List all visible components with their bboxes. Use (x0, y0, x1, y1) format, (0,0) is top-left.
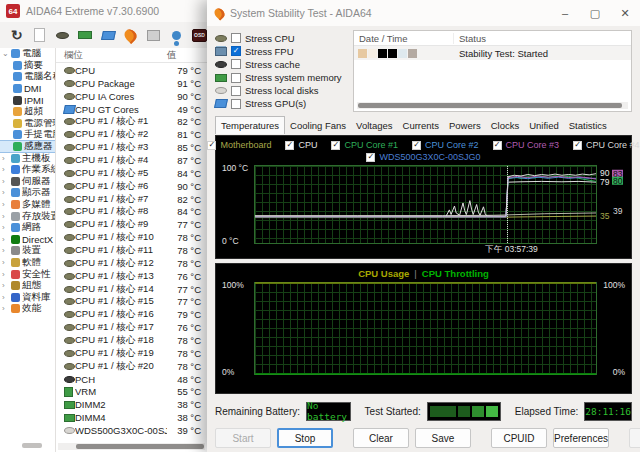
column-value[interactable]: 值 (167, 49, 201, 62)
sensor-row[interactable]: CPU Package 91 °C (56, 77, 207, 90)
tab[interactable]: Powers (444, 117, 486, 134)
sensor-row[interactable]: CPU #1 / 核心 #9 77 °C (56, 218, 207, 231)
stability-test-flame-icon[interactable] (124, 28, 138, 43)
legend-item[interactable]: CPU Core #2 (412, 140, 479, 150)
tree-child-item[interactable]: IPMI (0, 94, 55, 106)
tree-child-item[interactable]: 電腦名稱 (0, 71, 55, 83)
sensor-row[interactable]: CPU #1 / 核心 #1 82 °C (56, 115, 207, 128)
sensor-row[interactable]: DIMM4 38 °C (56, 411, 207, 424)
action-button[interactable]: Preferences (553, 428, 609, 448)
sensor-row[interactable]: CPU #1 / 核心 #2 81 °C (56, 128, 207, 141)
sensor-row[interactable]: CPU #1 / 核心 #4 87 °C (56, 154, 207, 167)
benchmark-icon[interactable] (147, 28, 161, 43)
stress-checkbox[interactable] (231, 73, 241, 83)
tree-section-item[interactable]: › 軟體 (0, 257, 55, 269)
log-column-datetime[interactable]: Date / Time (354, 33, 454, 44)
tab[interactable]: Currents (398, 117, 444, 134)
action-button[interactable]: Close (629, 428, 640, 448)
close-button[interactable]: ✕ (610, 7, 640, 20)
tab[interactable]: Clocks (486, 117, 525, 134)
sensor-row[interactable]: CPU #1 / 核心 #11 78 °C (56, 244, 207, 257)
sensor-row[interactable]: CPU #1 / 核心 #12 78 °C (56, 257, 207, 270)
sensor-row[interactable]: VRM 55 °C (56, 385, 207, 398)
legend-checkbox[interactable] (493, 141, 502, 150)
stress-checkbox[interactable] (231, 59, 241, 69)
legend-checkbox[interactable] (285, 141, 294, 150)
legend-item[interactable]: CPU Core #4 (573, 140, 640, 150)
tree-section-item[interactable]: › 作業系統 (0, 164, 55, 176)
memory-icon[interactable] (78, 28, 92, 43)
sensor-row[interactable]: CPU #1 / 核心 #10 78 °C (56, 231, 207, 244)
tree-item-computer[interactable]: ⌄ 電腦 (0, 48, 55, 60)
tab[interactable]: Statistics (564, 117, 612, 134)
sensor-row[interactable]: CPU IA Cores 90 °C (56, 90, 207, 103)
legend-item[interactable]: CPU Core #1 (331, 140, 398, 150)
scrollbar-thumb[interactable] (22, 443, 42, 448)
column-field[interactable]: 欄位 (64, 49, 167, 62)
sensor-row[interactable]: CPU #1 / 核心 #3 85 °C (56, 141, 207, 154)
gpu-icon[interactable] (101, 28, 115, 43)
sensor-row[interactable]: DIMM2 38 °C (56, 398, 207, 411)
action-button[interactable]: Save (415, 428, 471, 448)
sensor-row[interactable]: CPU #1 / 核心 #6 90 °C (56, 180, 207, 193)
sensor-row[interactable]: CPU #1 / 核心 #19 78 °C (56, 347, 207, 360)
tree-section-item[interactable]: › 裝置 (0, 245, 55, 257)
legend-item[interactable]: Motherboard (207, 140, 271, 150)
minimize-button[interactable]: – (550, 7, 580, 20)
tree-horizontal-scrollbar[interactable] (0, 443, 56, 449)
log-horizontal-scrollbar[interactable] (357, 102, 628, 109)
legend-checkbox[interactable] (331, 141, 340, 150)
legend-item[interactable]: WDS500G3X0C-00SJG0 (366, 152, 480, 162)
tree-section-item[interactable]: › 資料庫 (0, 291, 55, 303)
stress-option[interactable]: Stress local disks (215, 85, 347, 97)
sensor-row[interactable]: CPU #1 / 核心 #13 76 °C (56, 270, 207, 283)
stress-checkbox[interactable] (231, 33, 241, 43)
legend-checkbox[interactable] (573, 141, 582, 150)
scrollbar-thumb[interactable] (76, 444, 204, 449)
tree-child-item[interactable]: DMI (0, 83, 55, 95)
sensor-row[interactable]: CPU #1 / 核心 #16 79 °C (56, 308, 207, 321)
osd-icon[interactable]: OSD (192, 28, 207, 43)
action-button[interactable]: Clear (353, 428, 409, 448)
stress-option[interactable]: Stress system memory (215, 72, 347, 84)
tree-section-item[interactable]: › 主機板 (0, 152, 55, 164)
tab[interactable]: Temperatures (215, 116, 285, 134)
tree-child-item[interactable]: 手提電腦 (0, 129, 55, 141)
tree-section-item[interactable]: › 伺服器 (0, 176, 55, 188)
stress-option[interactable]: Stress cache (215, 58, 347, 70)
sensor-row[interactable]: CPU GT Cores 49 °C (56, 103, 207, 116)
tab[interactable]: Voltages (351, 117, 397, 134)
tree-section-item[interactable]: › DirectX (0, 234, 55, 246)
legend-item[interactable]: CPU Core #3 (493, 140, 560, 150)
tree-child-item[interactable]: 感應器 (0, 141, 55, 153)
tree-child-item[interactable]: 超頻 (0, 106, 55, 118)
user-icon[interactable] (169, 28, 183, 43)
stress-checkbox[interactable] (231, 46, 241, 56)
tree-section-item[interactable]: › 顯示器 (0, 187, 55, 199)
tree-child-item[interactable]: 電源管理 (0, 118, 55, 130)
tree-child-item[interactable]: 摘要 (0, 60, 55, 72)
sensor-row[interactable]: CPU #1 / 核心 #8 84 °C (56, 205, 207, 218)
sensor-row[interactable]: CPU #1 / 核心 #7 82 °C (56, 193, 207, 206)
refresh-icon[interactable]: ↻ (10, 28, 24, 43)
sensor-row[interactable]: CPU #1 / 核心 #17 76 °C (56, 321, 207, 334)
legend-checkbox[interactable] (366, 153, 375, 162)
tree-section-item[interactable]: › 存放裝置 (0, 210, 55, 222)
sensor-row[interactable]: CPU #1 / 核心 #18 78 °C (56, 334, 207, 347)
tree-section-item[interactable]: › 效能 (0, 303, 55, 315)
tab[interactable]: Unified (524, 117, 564, 134)
sensor-row[interactable]: PCH 48 °C (56, 373, 207, 386)
tree-section-item[interactable]: › 網路 (0, 222, 55, 234)
stress-option[interactable]: Stress CPU (215, 32, 347, 44)
scrollbar-thumb[interactable] (358, 103, 622, 108)
tree-section-item[interactable]: › 安全性 (0, 268, 55, 280)
cpu-oval-icon[interactable] (55, 28, 69, 43)
log-row[interactable]: Stability Test: Started (354, 46, 631, 60)
sensor-row[interactable]: CPU #1 / 核心 #14 77 °C (56, 283, 207, 296)
action-button[interactable]: Stop (277, 428, 333, 448)
action-button[interactable]: Start (215, 428, 271, 448)
stress-option[interactable]: Stress GPU(s) (215, 98, 347, 110)
sensor-row[interactable]: CPU 79 °C (56, 64, 207, 77)
tree-section-item[interactable]: › 多媒體 (0, 199, 55, 211)
legend-item[interactable]: CPU (285, 140, 317, 150)
